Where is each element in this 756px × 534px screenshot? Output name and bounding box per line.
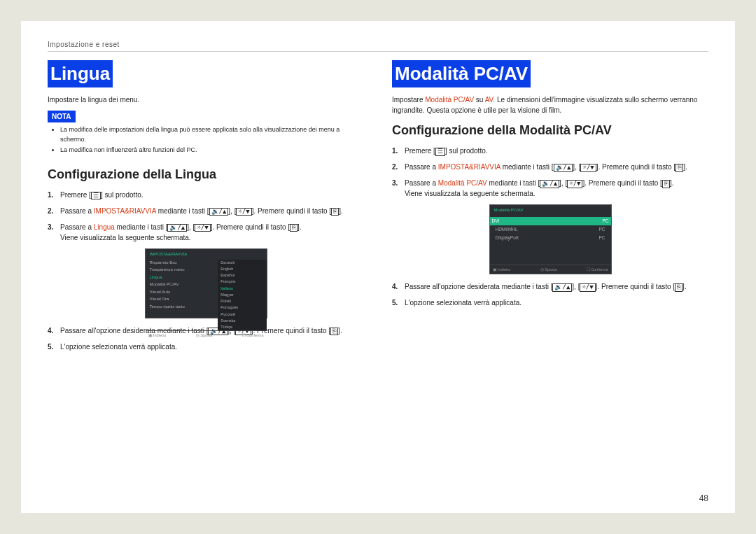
step: 4.Passare all'opzione desiderata mediant… [392, 281, 708, 292]
subheading-config-pcav: Configurazione della Modalità PC/AV [392, 121, 708, 140]
enter-icon: ⎘ [290, 224, 298, 232]
pcav-intro: Impostare Modalità PC/AV su AV. Le dimen… [392, 94, 708, 115]
pcav-steps: 1.Premere [☰] sul prodotto. 2.Passare a … [392, 146, 708, 199]
bright-up-icon: ☼/▼ [580, 283, 595, 292]
bright-up-icon: ☼/▼ [580, 164, 596, 172]
lingua-steps: 1.Premere [☰] sul prodotto. 2.Passare a … [48, 190, 364, 243]
menu-icon: ☰ [91, 192, 101, 200]
step: 1.Premere [☰] sul prodotto. [392, 146, 708, 156]
pcav-steps-cont: 4.Passare all'opzione desiderata mediant… [392, 281, 708, 308]
osd-right-list: Deutsch English Español Français Italian… [218, 260, 266, 331]
enter-icon: ⎘ [676, 164, 683, 172]
osd-left-list: Risparmio Eco Trasparenza menu Lingua Mo… [146, 260, 218, 331]
nota-item: La modifica non influenzerà altre funzio… [60, 146, 364, 155]
vol-up-icon: 🔉/▲ [209, 208, 229, 216]
vol-up-icon: 🔉/▲ [540, 180, 559, 188]
enter-icon: ⎘ [675, 283, 682, 292]
step: 3.Passare a Lingua mediante i tasti [🔉/▲… [48, 222, 364, 243]
step: 3.Passare a Modalità PC/AV mediante i ta… [392, 178, 708, 199]
bright-up-icon: ☼/▼ [236, 208, 251, 216]
nota-item: La modifica delle impostazioni della lin… [60, 125, 364, 144]
osd-lingua-preview: IMPOSTA&RIAVVIA Risparmio Eco Trasparenz… [145, 248, 267, 318]
heading-pcav: Modalità PC/AV [392, 60, 708, 87]
nota-badge: NOTA [48, 111, 76, 122]
osd-footer: ▣ Indietro ◎ Sposta ☐ Conferma [490, 265, 611, 274]
enter-icon: ⎘ [331, 208, 339, 216]
osd-row: DisplayPortPC [490, 234, 611, 242]
header-divider [48, 51, 708, 52]
subheading-config-lingua: Configurazione della Lingua [48, 165, 364, 184]
vol-up-icon: 🔉/▲ [167, 224, 187, 232]
left-column: Lingua Impostare la lingua dei menu. NOT… [48, 60, 364, 358]
vol-up-icon: 🔉/▲ [554, 164, 573, 172]
manual-page: Impostazione e reset Lingua Impostare la… [21, 21, 735, 513]
step: 5.L'opzione selezionata verrà applicata. [48, 342, 364, 352]
osd-row: DVIPC [490, 217, 611, 225]
bright-up-icon: ☼/▼ [195, 224, 210, 232]
step: 2.Passare a IMPOSTA&RIAVVIA mediante i t… [392, 162, 708, 172]
osd-row: HDMI/MHLPC [490, 225, 611, 234]
content-columns: Lingua Impostare la lingua dei menu. NOT… [48, 60, 708, 358]
menu-icon: ☰ [435, 148, 445, 156]
osd-footer: ▣ Indietro ◎ Sposta ☐ Conferma [146, 330, 267, 339]
bright-up-icon: ☼/▼ [567, 180, 582, 188]
section-header: Impostazione e reset [48, 41, 708, 48]
step: 2.Passare a IMPOSTA&RIAVVIA mediante i t… [48, 206, 364, 216]
step: 1.Premere [☰] sul prodotto. [48, 190, 364, 200]
vol-up-icon: 🔉/▲ [552, 283, 572, 292]
nota-list: La modifica delle impostazioni della lin… [48, 125, 364, 155]
step: 5.L'opzione selezionata verrà applicata. [392, 297, 708, 308]
right-column: Modalità PC/AV Impostare Modalità PC/AV … [392, 60, 708, 358]
heading-lingua: Lingua [48, 60, 364, 87]
enter-icon: ⎘ [662, 180, 670, 188]
enter-icon: ⎘ [330, 328, 338, 336]
page-number: 48 [699, 493, 708, 503]
osd-pcav-preview: Modalità PC/AV DVIPC HDMI/MHLPC DisplayP… [489, 204, 612, 274]
lingua-intro: Impostare la lingua dei menu. [48, 94, 364, 105]
